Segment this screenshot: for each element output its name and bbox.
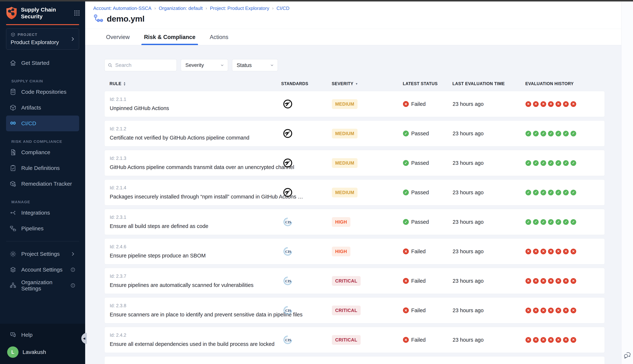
evaluation-time: 23 hours ago (452, 160, 526, 166)
sidebar-item-label: Get Started (21, 60, 49, 66)
tab-risk-compliance[interactable]: Risk & Compliance (144, 29, 196, 45)
tab-actions[interactable]: Actions (209, 29, 229, 45)
chat-support-icon[interactable] (623, 351, 632, 359)
sidebar-item-help[interactable]: ? Help (6, 328, 79, 341)
sidebar-item-pipelines[interactable]: Pipelines (6, 221, 79, 236)
sidebar-item-label: Remediation Tracker (21, 181, 72, 187)
severity-badge: MEDIUM (332, 158, 358, 168)
search-box[interactable] (104, 59, 177, 71)
evaluation-history: ✕✕✕✕✕✕✕ (526, 101, 604, 107)
page-title: demo.yml (107, 14, 144, 24)
project-selector[interactable]: PROJECT Product Exploratory (6, 28, 79, 50)
rule-id: Id: 2.3.8 (110, 303, 281, 308)
page-header: Account: Automation-SSCA›Organization: d… (85, 2, 633, 29)
sidebar-settings-group: Project SettingsAccount SettingsOrganiza… (0, 246, 85, 293)
failed-status-icon: ✕ (548, 337, 554, 343)
tabs: OverviewRisk & ComplianceActions (85, 29, 633, 45)
gear-icon (10, 250, 16, 258)
severity-badge: HIGH (332, 217, 350, 227)
tab-overview[interactable]: Overview (106, 29, 130, 45)
cis-standard-icon: CIS (283, 306, 293, 315)
passed-status-icon: ✓ (533, 219, 539, 225)
column-header-label: LATEST STATUS (403, 81, 438, 86)
breadcrumb-link[interactable]: Project: Product Exploratory (210, 6, 269, 11)
sidebar-item-rule-definitions[interactable]: Rule Definitions (6, 160, 79, 176)
passed-status-icon: ✓ (548, 160, 554, 166)
severity-filter-label: Severity (185, 62, 204, 68)
failed-status-icon: ✕ (563, 249, 569, 254)
failed-status-icon: ✕ (556, 337, 561, 343)
sidebar-item-integrations[interactable]: Integrations (6, 205, 79, 221)
passed-status-icon: ✓ (526, 160, 531, 166)
table-row[interactable]: Id: 2.3.1Ensure all build steps are defi… (104, 209, 605, 235)
passed-status-icon: ✓ (540, 219, 546, 225)
rule-id: Id: 2.3.7 (110, 274, 281, 279)
sidebar-item-artifacts[interactable]: Artifacts (6, 100, 79, 116)
table-row[interactable]: Id: 3.1.7CISCRITICAL✕Failed23 hours ago✕… (104, 356, 605, 364)
rule-cell: Id: 2.4.6Ensure pipeline steps produce a… (104, 244, 281, 259)
user-menu[interactable]: L Lavakush (6, 346, 79, 358)
column-header-label: EVALUATION HISTORY (525, 81, 574, 86)
passed-status-icon: ✓ (563, 190, 569, 195)
sidebar-item-project-settings[interactable]: Project Settings (6, 246, 79, 262)
severity-filter-dropdown[interactable]: Severity (181, 59, 228, 71)
table-row[interactable]: Id: 2.4.2Ensure all external dependencie… (104, 327, 605, 353)
passed-status-icon: ✓ (570, 131, 576, 136)
rule-name: Ensure all build steps are defined as co… (110, 223, 281, 229)
cis-standard-icon: CIS (283, 276, 293, 286)
table-row[interactable]: Id: 2.1.3GitHub Actions pipeline command… (104, 150, 605, 176)
table-row[interactable]: Id: 2.1.2Certificate not verified by Git… (104, 120, 605, 146)
svg-text:CIS: CIS (285, 309, 291, 312)
breadcrumb-link[interactable]: Organization: default (159, 6, 203, 11)
sidebar-item-label: Compliance (21, 149, 50, 156)
standards-cell: CIS (281, 276, 332, 286)
table-row[interactable]: Id: 2.3.7Ensure pipelines are automatica… (104, 268, 605, 294)
user-name: Lavakush (22, 349, 46, 355)
rule-cell: Id: 2.3.7Ensure pipelines are automatica… (104, 274, 281, 288)
svg-text:?: ? (12, 333, 13, 335)
evaluation-time: 23 hours ago (452, 130, 526, 136)
severity-cell: MEDIUM (332, 129, 403, 138)
module-grid-icon[interactable] (74, 10, 80, 16)
table-row[interactable]: Id: 2.3.8Ensure scanners are in place to… (104, 297, 605, 323)
table-row[interactable]: Id: 2.1.1Unpinned GitHub ActionsMEDIUM✕F… (104, 91, 605, 117)
failed-status-icon: ✕ (556, 278, 561, 284)
search-input[interactable] (115, 62, 174, 68)
cis-standard-icon: CIS (283, 246, 293, 256)
sidebar-item-code-repositories[interactable]: Code Repositories (6, 84, 79, 100)
status-label: Failed (411, 101, 426, 107)
severity-cell: CRITICAL (332, 335, 403, 345)
accent-divider (6, 24, 79, 25)
latest-status-cell: ✕Failed (403, 308, 452, 314)
rule-cell: Id: 2.1.4Packages insecurely installed t… (104, 185, 281, 200)
rule-cell: Id: 2.1.3GitHub Actions pipeline command… (104, 156, 281, 170)
failed-status-icon: ✕ (533, 278, 539, 284)
latest-status-cell: ✕Failed (403, 337, 452, 343)
status-label: Passed (411, 190, 429, 196)
column-header-rule: RULE▲▼ (104, 81, 281, 86)
sidebar-item-organization-settings[interactable]: Organization Settings (6, 278, 79, 293)
status-label: Failed (411, 337, 426, 343)
sidebar-item-account-settings[interactable]: Account Settings (6, 262, 79, 278)
sort-severity-desc-icon[interactable]: ▼ (355, 82, 358, 85)
sidebar-item-get-started[interactable]: Get Started (6, 55, 79, 71)
main-area: Account: Automation-SSCA›Organization: d… (85, 2, 633, 364)
sidebar-item-compliance[interactable]: Compliance (6, 144, 79, 160)
severity-badge: CRITICAL (332, 335, 361, 345)
failed-status-icon: ✕ (563, 101, 569, 107)
sidebar-item-label: Code Repositories (21, 89, 66, 95)
chevron-down-icon (270, 63, 274, 68)
table-row[interactable]: Id: 2.1.4Packages insecurely installed t… (104, 180, 605, 206)
sidebar-item-remediation-tracker[interactable]: Remediation Tracker (6, 176, 79, 192)
sort-rule-icon[interactable]: ▲▼ (123, 82, 126, 86)
passed-status-icon: ✓ (540, 160, 546, 166)
table-row[interactable]: Id: 2.4.6Ensure pipeline steps produce a… (104, 238, 605, 264)
breadcrumb-link[interactable]: CI/CD (276, 6, 290, 11)
chevron-right-icon (70, 252, 76, 256)
status-filter-dropdown[interactable]: Status (232, 59, 278, 71)
right-rail (621, 2, 633, 364)
help-chat-icon: ? (10, 332, 16, 338)
sidebar-item-ci-cd[interactable]: ∞CI/CD (6, 116, 79, 131)
failed-status-icon: ✕ (403, 248, 409, 254)
breadcrumb-link[interactable]: Account: Automation-SSCA (93, 6, 152, 11)
